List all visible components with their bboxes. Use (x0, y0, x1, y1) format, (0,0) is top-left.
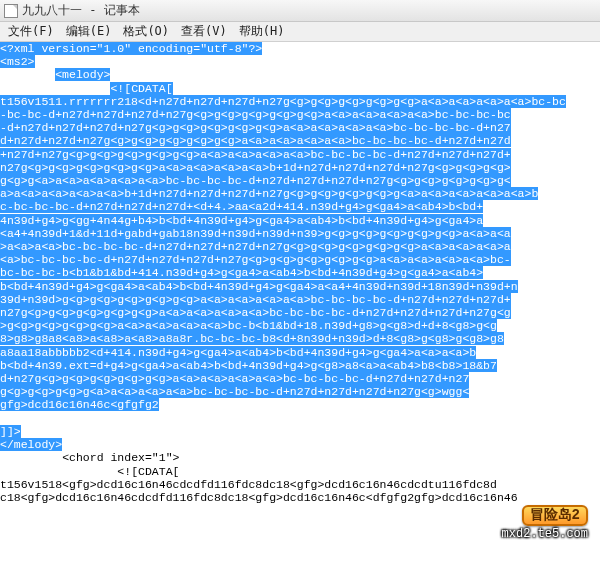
watermark-url: mxd2.te5.com (502, 528, 588, 541)
titlebar: 九九八十一 - 记事本 (0, 0, 600, 22)
window-title: 九九八十一 - 记事本 (22, 2, 140, 19)
editor-area[interactable]: <?xml version="1.0" encoding="utf-8"?> <… (0, 42, 600, 563)
menu-help[interactable]: 帮助(H) (233, 21, 291, 42)
menu-format[interactable]: 格式(O) (117, 21, 175, 42)
document-icon (4, 4, 18, 18)
menu-view[interactable]: 查看(V) (175, 21, 233, 42)
selection: <?xml version="1.0" encoding="utf-8"?> (0, 42, 262, 55)
unselected-xml-body: t156v1518<gfg>dcd16c16n46cdcdfd116fdc8dc… (0, 478, 518, 504)
watermark: 冒险岛2 mxd2.te5.com (502, 505, 588, 541)
menu-edit[interactable]: 编辑(E) (60, 21, 118, 42)
menubar: 文件(F) 编辑(E) 格式(O) 查看(V) 帮助(H) (0, 22, 600, 42)
selected-xml-body: t156v1511.rrrrrrr218<d+n27d+n27d+n27d+n2… (0, 95, 566, 412)
menu-file[interactable]: 文件(F) (2, 21, 60, 42)
watermark-badge: 冒险岛2 (522, 505, 588, 526)
